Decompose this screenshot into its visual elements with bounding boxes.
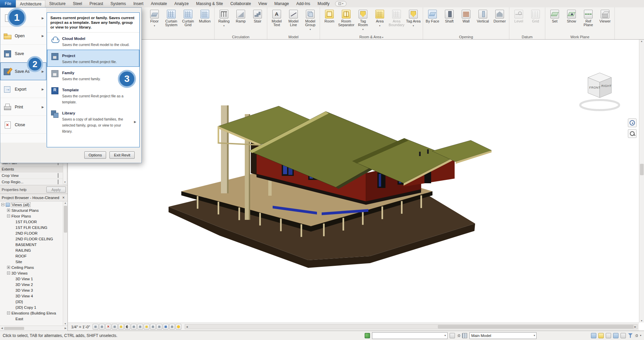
tree-item-structural-plans[interactable]: Structural Plans [0,207,67,213]
vertical-opening-button[interactable]: Vertical [474,8,491,23]
tab-annotate[interactable]: Annotate [147,0,171,7]
curtain-grid-button[interactable]: Curtain Grid [180,8,196,27]
tree-item-2nd-floor[interactable]: 2ND FLOOR [0,230,67,236]
tree-item-2nd-floor-ceiling[interactable]: 2ND FLOOR CELING [0,236,67,242]
grid-button[interactable]: Grid [527,8,544,23]
tree-item-1st-floor[interactable]: 1ST FLOOR [0,219,67,225]
tree-item-3d-view-2[interactable]: 3D View 2 [0,282,67,287]
viewer-button[interactable]: Viewer [597,8,613,23]
scroll-down-icon[interactable]: ▼ [64,322,66,326]
design-options-icon[interactable] [462,333,467,338]
tree-item-ceiling-plans[interactable]: Ceiling Plans [0,264,67,270]
press-drag-icon[interactable] [598,333,604,338]
exclude-options-icon[interactable] [591,333,596,338]
reveal-hidden-icon[interactable] [144,324,149,330]
tab-architecture[interactable]: Architecture [16,0,45,7]
tree-item-east[interactable]: East [0,316,67,322]
tree-item-basement[interactable]: BASEMENT [0,242,67,247]
room-separator-button[interactable]: Room Separator [338,8,355,27]
floor-button[interactable]: Floor [146,8,163,28]
scrollbar-thumb[interactable] [640,164,644,175]
options-button[interactable]: Options [84,151,106,159]
temporary-view-icon[interactable] [150,324,156,330]
level-button[interactable]: Level [510,8,527,23]
tab-manage[interactable]: Manage [271,0,292,7]
tree-item-elevations[interactable]: Elevations (Building Eleva [0,310,67,316]
worksets-icon[interactable] [365,333,370,338]
by-face-button[interactable]: By Face [424,8,441,23]
close-icon[interactable]: × [61,195,66,200]
expand-icon[interactable] [7,266,10,269]
menu-item-open[interactable]: Open▶ [0,27,46,45]
analytical-model-icon[interactable] [156,324,162,330]
tree-item-site[interactable]: Site [0,259,67,264]
tree-item-railing[interactable]: RAILING [0,247,67,253]
collapse-icon[interactable] [1,203,4,206]
view-cube[interactable]: FRONT RIGHT [576,71,623,117]
tree-scrollbar[interactable]: ▲ ▼ [63,201,67,326]
filter-icon[interactable] [628,333,633,338]
scroll-up-icon[interactable]: ▲ [641,40,643,43]
wall-opening-button[interactable]: Wall [458,8,474,23]
hide-isolate-icon[interactable] [137,324,143,330]
menu-item-close[interactable]: Close [0,116,46,134]
collapse-icon[interactable] [7,214,10,217]
tree-item-1st-flr-ceiling[interactable]: 1ST FLR CEILING [0,225,67,230]
dormer-button[interactable]: Dormer [491,8,508,23]
scroll-up-icon[interactable]: ▲ [64,201,66,205]
railing-button[interactable]: Railing [216,8,232,28]
selection-lock-icon[interactable] [620,333,626,338]
model-text-button[interactable]: Model Text [268,8,285,27]
canvas-horizontal-scrollbar[interactable]: ◀ ▶ [185,324,638,329]
tab-add-ins[interactable]: Add-Ins [292,0,314,7]
editable-only-icon[interactable] [450,333,455,338]
tree-item-3d-view-1[interactable]: 3D View 1 [0,276,67,282]
scroll-down-icon[interactable]: ▼ [64,181,66,184]
tab-analyze[interactable]: Analyze [171,0,192,7]
submenu-item-library[interactable]: LibrarySaves a copy of all loaded famili… [47,107,139,136]
scroll-down-icon[interactable]: ▼ [641,319,643,323]
tab-precast[interactable]: Precast [86,0,107,7]
tree-item-3d-view-4[interactable]: 3D View 4 [0,293,67,299]
ramp-button[interactable]: Ramp [232,8,249,23]
set-work-plane-button[interactable]: Set [546,8,563,23]
visual-style-icon[interactable] [99,324,105,330]
tree-item-3d-views[interactable]: 3D Views [0,270,67,276]
crop-view-checkbox[interactable] [58,173,58,178]
collapse-icon[interactable] [7,311,10,314]
collapse-icon[interactable] [7,272,10,275]
area-button[interactable]: Area [371,8,388,28]
curtain-system-button[interactable]: Curtain System [163,8,180,27]
tree-item-3d-default[interactable]: {3D} [0,299,67,304]
chevron-down-icon[interactable]: ▾ [640,334,641,337]
model-group-button[interactable]: Model Group [302,8,319,31]
canvas-vertical-scrollbar[interactable]: ▲ ▼ [639,40,644,323]
property-row-crop-view[interactable]: Crop View [0,172,67,179]
stair-button[interactable]: Stair [249,8,266,23]
displacement-icon[interactable] [163,324,169,330]
detail-level-icon[interactable] [93,324,98,330]
crop-view-icon[interactable] [105,324,111,330]
submenu-item-cloud-model[interactable]: Cloud ModelSaves the current Revit model… [47,33,139,50]
ribbon-display-toggle[interactable] [335,1,347,6]
exit-revit-button[interactable]: Exit Revit [109,151,135,159]
tab-steel[interactable]: Steel [69,0,86,7]
scrollbar-thumb[interactable] [64,206,67,233]
apply-button[interactable]: Apply [46,187,66,193]
expand-icon[interactable] [7,209,10,212]
properties-help-link[interactable]: Properties help [2,188,27,192]
room-button[interactable]: Room [321,8,338,23]
tab-structure[interactable]: Structure [45,0,69,7]
zoom-icon[interactable] [628,129,637,138]
tab-insert[interactable]: Insert [130,0,147,7]
tab-collaborate[interactable]: Collaborate [227,0,255,7]
tag-area-button[interactable]: Tag Area [405,8,422,28]
model-line-button[interactable]: Model Line [285,8,302,27]
reveal-constraints-icon[interactable] [169,324,175,330]
shaft-button[interactable]: Shaft [441,8,458,23]
steering-wheel-icon[interactable] [628,118,637,127]
scroll-right-icon[interactable]: ▶ [65,327,66,330]
active-workset-select[interactable] [372,332,448,339]
tab-file[interactable]: File [0,0,16,7]
tree-item-roof[interactable]: ROOF [0,253,67,259]
